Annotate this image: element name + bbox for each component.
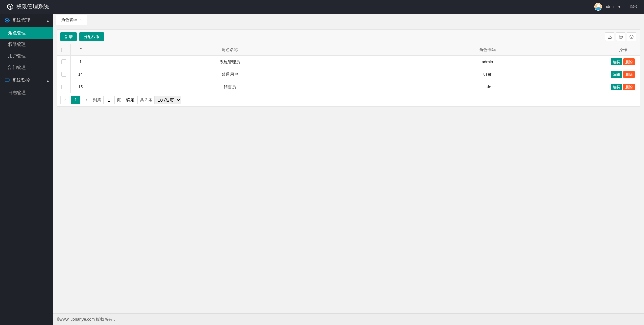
edit-button[interactable]: 编辑	[611, 84, 622, 90]
delete-button[interactable]: 删除	[623, 84, 635, 90]
total-count: 共 3 条	[140, 97, 152, 103]
cell-name: 普通用户	[91, 68, 369, 81]
user-dropdown[interactable]: admin ▼	[605, 4, 621, 9]
delete-button[interactable]: 删除	[623, 71, 635, 78]
page-input[interactable]	[103, 96, 115, 104]
table-row: 14 普通用户 user 编辑 删除	[57, 68, 640, 81]
page-suffix: 页	[117, 97, 121, 103]
delete-button[interactable]: 删除	[623, 58, 635, 65]
col-name: 角色名称	[91, 44, 369, 56]
chevron-up-icon: ▴	[47, 19, 49, 22]
cell-code: sale	[369, 81, 606, 93]
footer: ©www.luohanye.com 版权所有：	[53, 313, 644, 325]
col-id: ID	[71, 44, 91, 56]
export-button[interactable]	[605, 32, 614, 41]
header: 权限管理系统 admin ▼ 退出	[0, 0, 644, 14]
cube-icon	[7, 3, 14, 10]
row-checkbox[interactable]	[61, 72, 66, 77]
sidebar-item-user[interactable]: 用户管理	[0, 50, 53, 62]
info-button[interactable]	[627, 32, 636, 41]
table-row: 1 系统管理员 admin 编辑 删除	[57, 56, 640, 68]
chevron-down-icon: ▼	[618, 5, 621, 9]
app-title: 权限管理系统	[16, 3, 49, 11]
sidebar-item-log[interactable]: 日志管理	[0, 87, 53, 99]
info-icon	[629, 35, 634, 39]
toolbar: 新增 分配权限	[57, 29, 640, 44]
data-table: ID 角色名称 角色编码 操作 1 系统管理员 admin 编辑 删	[57, 44, 640, 93]
tab-label: 角色管理	[61, 17, 77, 23]
edit-button[interactable]: 编辑	[611, 58, 622, 65]
main: 角色管理 × 新增 分配权限	[53, 14, 644, 325]
content: 新增 分配权限 ID 角色名称	[53, 25, 644, 313]
sidebar-item-permission[interactable]: 权限管理	[0, 39, 53, 50]
cell-id: 1	[71, 56, 91, 68]
cell-id: 14	[71, 68, 91, 81]
page-size-select[interactable]: 10 条/页	[154, 96, 181, 104]
gear-icon	[5, 18, 10, 23]
logo: 权限管理系统	[7, 3, 49, 11]
svg-rect-1	[5, 79, 9, 81]
user-area: admin ▼ 退出	[594, 3, 637, 11]
select-all-checkbox[interactable]	[61, 48, 66, 52]
monitor-icon	[5, 78, 10, 83]
sidebar-item-role[interactable]: 角色管理	[0, 27, 53, 39]
username: admin	[605, 4, 616, 9]
sidebar-group-system[interactable]: 系统管理 ▴	[0, 14, 53, 27]
row-checkbox[interactable]	[61, 59, 66, 64]
pager: ‹ 1 › 到第 页 确定 共 3 条 10 条/页	[57, 93, 640, 107]
next-page-button[interactable]: ›	[82, 96, 91, 104]
tab-role[interactable]: 角色管理 ×	[56, 15, 87, 25]
svg-point-0	[6, 20, 8, 21]
export-icon	[608, 35, 612, 39]
cell-code: admin	[369, 56, 606, 68]
goto-label: 到第	[93, 97, 101, 103]
sidebar-group-monitor[interactable]: 系统监控 ▴	[0, 73, 53, 87]
avatar	[594, 3, 602, 11]
print-icon	[619, 35, 623, 39]
goto-confirm-button[interactable]: 确定	[123, 96, 138, 104]
copyright: ©www.luohanye.com 版权所有：	[57, 317, 116, 322]
close-icon[interactable]: ×	[79, 18, 82, 22]
row-checkbox[interactable]	[61, 85, 66, 89]
col-action: 操作	[606, 44, 640, 56]
sidebar-group-label: 系统管理	[12, 17, 30, 23]
edit-button[interactable]: 编辑	[611, 71, 622, 78]
table-row: 15 销售员 sale 编辑 删除	[57, 81, 640, 93]
col-code: 角色编码	[369, 44, 606, 56]
table-header-row: ID 角色名称 角色编码 操作	[57, 44, 640, 56]
tabs: 角色管理 ×	[53, 14, 644, 25]
cell-name: 系统管理员	[91, 56, 369, 68]
prev-page-button[interactable]: ‹	[60, 96, 69, 104]
sidebar-group-label: 系统监控	[12, 77, 30, 83]
add-button[interactable]: 新增	[60, 32, 77, 41]
page-1-button[interactable]: 1	[71, 96, 80, 104]
cell-name: 销售员	[91, 81, 369, 93]
print-button[interactable]	[616, 32, 625, 41]
sidebar-item-department[interactable]: 部门管理	[0, 62, 53, 73]
cell-id: 15	[71, 81, 91, 93]
cell-code: user	[369, 68, 606, 81]
svg-rect-2	[620, 37, 622, 38]
assign-permission-button[interactable]: 分配权限	[79, 32, 104, 41]
chevron-up-icon: ▴	[47, 79, 49, 82]
logout-link[interactable]: 退出	[629, 4, 637, 10]
sidebar: 系统管理 ▴ 角色管理 权限管理 用户管理 部门管理 系统监控 ▴ 日志管理	[0, 14, 53, 325]
